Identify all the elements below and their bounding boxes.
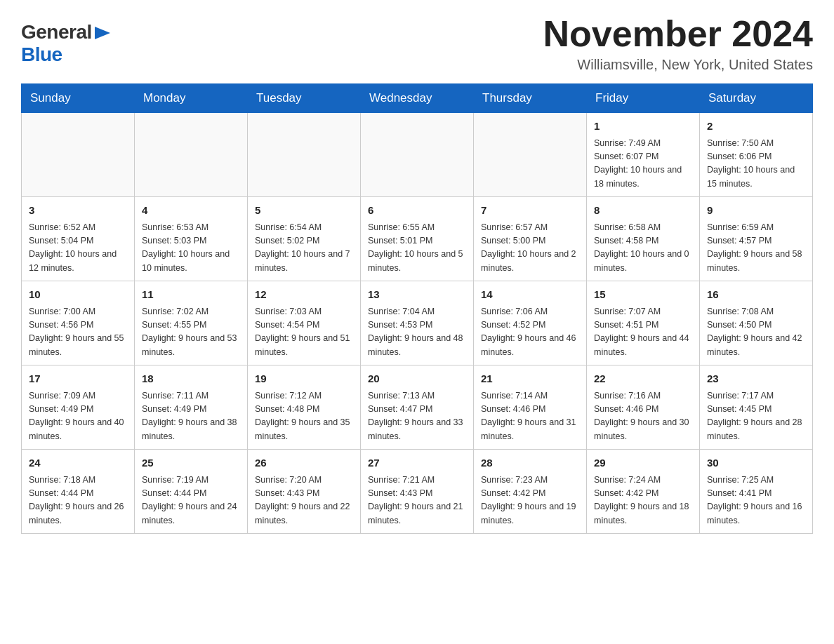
calendar-cell: 6Sunrise: 6:55 AMSunset: 5:01 PMDaylight… — [361, 197, 474, 281]
day-number: 5 — [255, 203, 353, 219]
day-number: 11 — [142, 287, 240, 303]
week-row-4: 17Sunrise: 7:09 AMSunset: 4:49 PMDayligh… — [22, 365, 813, 450]
logo: General Blue — [21, 21, 110, 66]
day-number: 14 — [481, 287, 579, 303]
day-info: Sunrise: 6:55 AMSunset: 5:01 PMDaylight:… — [368, 221, 466, 276]
day-number: 13 — [368, 287, 466, 303]
week-row-3: 10Sunrise: 7:00 AMSunset: 4:56 PMDayligh… — [22, 281, 813, 365]
day-number: 20 — [368, 371, 466, 387]
day-number: 19 — [255, 371, 353, 387]
day-info: Sunrise: 6:57 AMSunset: 5:00 PMDaylight:… — [481, 221, 579, 276]
day-number: 10 — [29, 287, 127, 303]
day-info: Sunrise: 7:03 AMSunset: 4:54 PMDaylight:… — [255, 305, 353, 360]
day-number: 29 — [594, 455, 692, 471]
weekday-header-tuesday: Tuesday — [248, 84, 361, 113]
calendar-cell: 14Sunrise: 7:06 AMSunset: 4:52 PMDayligh… — [474, 281, 587, 365]
calendar-cell: 1Sunrise: 7:49 AMSunset: 6:07 PMDaylight… — [587, 113, 700, 197]
calendar-cell: 22Sunrise: 7:16 AMSunset: 4:46 PMDayligh… — [587, 365, 700, 450]
day-number: 15 — [594, 287, 692, 303]
calendar-cell: 15Sunrise: 7:07 AMSunset: 4:51 PMDayligh… — [587, 281, 700, 365]
calendar-cell: 17Sunrise: 7:09 AMSunset: 4:49 PMDayligh… — [22, 365, 135, 450]
day-number: 17 — [29, 371, 127, 387]
calendar-cell: 28Sunrise: 7:23 AMSunset: 4:42 PMDayligh… — [474, 450, 587, 534]
calendar-cell: 26Sunrise: 7:20 AMSunset: 4:43 PMDayligh… — [248, 450, 361, 534]
day-number: 3 — [29, 203, 127, 219]
day-number: 4 — [142, 203, 240, 219]
calendar-cell: 9Sunrise: 6:59 AMSunset: 4:57 PMDaylight… — [700, 197, 813, 281]
week-row-2: 3Sunrise: 6:52 AMSunset: 5:04 PMDaylight… — [22, 197, 813, 281]
calendar-cell: 4Sunrise: 6:53 AMSunset: 5:03 PMDaylight… — [135, 197, 248, 281]
calendar-cell: 27Sunrise: 7:21 AMSunset: 4:43 PMDayligh… — [361, 450, 474, 534]
week-row-1: 1Sunrise: 7:49 AMSunset: 6:07 PMDaylight… — [22, 113, 813, 197]
logo-general-text: General — [21, 21, 92, 43]
calendar-cell — [248, 113, 361, 197]
weekday-header-thursday: Thursday — [474, 84, 587, 113]
day-info: Sunrise: 7:04 AMSunset: 4:53 PMDaylight:… — [368, 305, 466, 360]
weekday-header-saturday: Saturday — [700, 84, 813, 113]
day-info: Sunrise: 7:24 AMSunset: 4:42 PMDaylight:… — [594, 474, 692, 528]
calendar-cell: 7Sunrise: 6:57 AMSunset: 5:00 PMDaylight… — [474, 197, 587, 281]
calendar-table: SundayMondayTuesdayWednesdayThursdayFrid… — [21, 83, 813, 534]
day-info: Sunrise: 7:13 AMSunset: 4:47 PMDaylight:… — [368, 389, 466, 444]
logo-blue-text: Blue — [21, 43, 62, 66]
day-number: 1 — [594, 119, 692, 135]
calendar-cell: 20Sunrise: 7:13 AMSunset: 4:47 PMDayligh… — [361, 365, 474, 450]
day-info: Sunrise: 6:58 AMSunset: 4:58 PMDaylight:… — [594, 221, 692, 276]
calendar-cell — [474, 113, 587, 197]
day-info: Sunrise: 7:06 AMSunset: 4:52 PMDaylight:… — [481, 305, 579, 360]
day-number: 6 — [368, 203, 466, 219]
day-number: 7 — [481, 203, 579, 219]
day-info: Sunrise: 6:52 AMSunset: 5:04 PMDaylight:… — [29, 221, 127, 276]
weekday-header-wednesday: Wednesday — [361, 84, 474, 113]
day-number: 30 — [707, 455, 805, 471]
weekday-header-row: SundayMondayTuesdayWednesdayThursdayFrid… — [22, 84, 813, 113]
calendar-cell: 2Sunrise: 7:50 AMSunset: 6:06 PMDaylight… — [700, 113, 813, 197]
header: General Blue November 2024 Williamsville… — [21, 14, 813, 73]
day-number: 16 — [707, 287, 805, 303]
day-info: Sunrise: 6:53 AMSunset: 5:03 PMDaylight:… — [142, 221, 240, 276]
calendar-cell: 10Sunrise: 7:00 AMSunset: 4:56 PMDayligh… — [22, 281, 135, 365]
day-info: Sunrise: 7:20 AMSunset: 4:43 PMDaylight:… — [255, 474, 353, 528]
day-info: Sunrise: 7:02 AMSunset: 4:55 PMDaylight:… — [142, 305, 240, 360]
calendar-cell: 21Sunrise: 7:14 AMSunset: 4:46 PMDayligh… — [474, 365, 587, 450]
calendar-cell: 30Sunrise: 7:25 AMSunset: 4:41 PMDayligh… — [700, 450, 813, 534]
calendar-cell: 3Sunrise: 6:52 AMSunset: 5:04 PMDaylight… — [22, 197, 135, 281]
day-info: Sunrise: 7:49 AMSunset: 6:07 PMDaylight:… — [594, 137, 692, 192]
day-info: Sunrise: 7:12 AMSunset: 4:48 PMDaylight:… — [255, 389, 353, 444]
calendar-cell: 23Sunrise: 7:17 AMSunset: 4:45 PMDayligh… — [700, 365, 813, 450]
weekday-header-friday: Friday — [587, 84, 700, 113]
calendar-cell: 8Sunrise: 6:58 AMSunset: 4:58 PMDaylight… — [587, 197, 700, 281]
svg-marker-0 — [95, 27, 110, 39]
day-info: Sunrise: 7:07 AMSunset: 4:51 PMDaylight:… — [594, 305, 692, 360]
day-number: 21 — [481, 371, 579, 387]
calendar-cell: 11Sunrise: 7:02 AMSunset: 4:55 PMDayligh… — [135, 281, 248, 365]
day-number: 26 — [255, 455, 353, 471]
day-info: Sunrise: 7:19 AMSunset: 4:44 PMDaylight:… — [142, 474, 240, 528]
week-row-5: 24Sunrise: 7:18 AMSunset: 4:44 PMDayligh… — [22, 450, 813, 534]
day-number: 12 — [255, 287, 353, 303]
day-info: Sunrise: 7:09 AMSunset: 4:49 PMDaylight:… — [29, 389, 127, 444]
month-title: November 2024 — [543, 14, 813, 54]
calendar-cell — [22, 113, 135, 197]
day-number: 8 — [594, 203, 692, 219]
calendar-cell — [361, 113, 474, 197]
day-info: Sunrise: 7:25 AMSunset: 4:41 PMDaylight:… — [707, 474, 805, 528]
calendar-cell: 13Sunrise: 7:04 AMSunset: 4:53 PMDayligh… — [361, 281, 474, 365]
day-number: 18 — [142, 371, 240, 387]
day-info: Sunrise: 7:16 AMSunset: 4:46 PMDaylight:… — [594, 389, 692, 444]
day-info: Sunrise: 7:23 AMSunset: 4:42 PMDaylight:… — [481, 474, 579, 528]
day-number: 28 — [481, 455, 579, 471]
day-info: Sunrise: 7:00 AMSunset: 4:56 PMDaylight:… — [29, 305, 127, 360]
calendar-cell — [135, 113, 248, 197]
day-number: 22 — [594, 371, 692, 387]
day-number: 9 — [707, 203, 805, 219]
calendar-cell: 24Sunrise: 7:18 AMSunset: 4:44 PMDayligh… — [22, 450, 135, 534]
day-number: 27 — [368, 455, 466, 471]
day-number: 24 — [29, 455, 127, 471]
calendar-cell: 12Sunrise: 7:03 AMSunset: 4:54 PMDayligh… — [248, 281, 361, 365]
location-title: Williamsville, New York, United States — [543, 57, 813, 73]
day-info: Sunrise: 7:14 AMSunset: 4:46 PMDaylight:… — [481, 389, 579, 444]
day-info: Sunrise: 6:59 AMSunset: 4:57 PMDaylight:… — [707, 221, 805, 276]
calendar-cell: 5Sunrise: 6:54 AMSunset: 5:02 PMDaylight… — [248, 197, 361, 281]
title-area: November 2024 Williamsville, New York, U… — [543, 14, 813, 73]
